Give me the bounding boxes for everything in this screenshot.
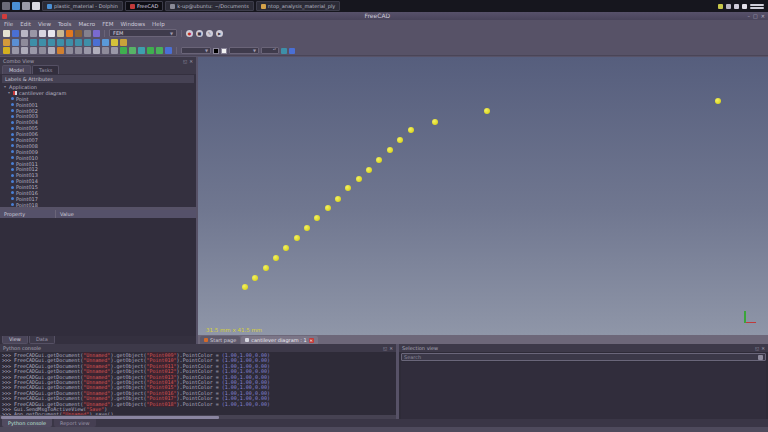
constraint-displacement-icon[interactable] xyxy=(93,47,100,54)
data-point[interactable] xyxy=(335,196,341,202)
dock-float-icon[interactable]: ◱ xyxy=(183,59,187,64)
dock-close-icon[interactable]: ✕ xyxy=(189,59,193,64)
data-point[interactable] xyxy=(387,147,393,153)
data-point[interactable] xyxy=(294,235,300,241)
mesh-group-icon[interactable] xyxy=(138,47,145,54)
python-console-output[interactable]: >>> FreeCADGui.getDocument("Unnamed").ge… xyxy=(0,352,396,415)
fit-selection-icon[interactable] xyxy=(12,39,19,46)
data-point[interactable] xyxy=(242,284,248,290)
document-tab[interactable]: Start page xyxy=(200,336,240,344)
result-show-icon[interactable] xyxy=(156,47,163,54)
search-input[interactable] xyxy=(404,354,758,360)
data-point[interactable] xyxy=(715,98,721,104)
data-point[interactable] xyxy=(408,127,414,133)
data-point[interactable] xyxy=(366,167,372,173)
files-launcher-icon[interactable] xyxy=(32,2,40,10)
data-point[interactable] xyxy=(304,225,310,231)
measure-icon[interactable] xyxy=(93,39,100,46)
material-solid-icon[interactable] xyxy=(21,47,28,54)
bottom-view-icon[interactable] xyxy=(75,39,82,46)
close-icon[interactable]: ✕ xyxy=(309,338,314,343)
isometric-view-icon[interactable] xyxy=(30,39,37,46)
random-color-icon[interactable] xyxy=(120,39,127,46)
dock-float-icon[interactable]: ◱ xyxy=(755,346,759,351)
expand-icon[interactable]: ▾ xyxy=(3,84,7,89)
macro-play-icon[interactable]: ▶ xyxy=(216,30,223,37)
menu-view[interactable]: View xyxy=(38,21,51,27)
data-point[interactable] xyxy=(314,215,320,221)
tab-model[interactable]: Model xyxy=(2,65,31,74)
refresh-icon[interactable] xyxy=(84,30,91,37)
property-column-header[interactable]: Property xyxy=(0,210,56,218)
open-document-icon[interactable] xyxy=(12,30,19,37)
dock-close-icon[interactable]: ✕ xyxy=(389,346,393,351)
data-point[interactable] xyxy=(263,265,269,271)
bottom-tab-report-view[interactable]: Report view xyxy=(54,419,96,427)
taskbar-window-button[interactable]: k-up@ubuntu: ~/Documents xyxy=(165,1,254,11)
expand-icon[interactable]: ▾ xyxy=(7,90,11,95)
data-point[interactable] xyxy=(376,157,382,163)
mesh-netgen-icon[interactable] xyxy=(129,47,136,54)
macro-edit-icon[interactable]: ✎ xyxy=(206,30,213,37)
data-point[interactable] xyxy=(283,245,289,251)
new-document-icon[interactable] xyxy=(3,30,10,37)
3d-viewport[interactable]: 31.5 mm x 41.5 mm xyxy=(198,57,768,335)
network-icon[interactable] xyxy=(742,4,747,9)
property-tab-view[interactable]: View xyxy=(2,336,28,344)
constraint-force-icon[interactable] xyxy=(75,47,82,54)
rear-view-icon[interactable] xyxy=(66,39,73,46)
color-swatch-white[interactable] xyxy=(221,48,227,54)
taskbar-window-button[interactable]: FreeCAD xyxy=(125,1,163,11)
beam-section-icon[interactable] xyxy=(39,47,46,54)
constraint-fixed-icon[interactable] xyxy=(66,47,73,54)
clipboard-tray-icon[interactable] xyxy=(726,4,731,9)
result-purge-icon[interactable] xyxy=(165,47,172,54)
mesh-region-icon[interactable] xyxy=(120,47,127,54)
menu-edit[interactable]: Edit xyxy=(20,21,31,27)
style-dropdown[interactable]: ▼ xyxy=(229,47,259,54)
taskbar-window-button[interactable]: plastic_material - Dolphin xyxy=(42,1,123,11)
property-tab-data[interactable]: Data xyxy=(29,336,55,344)
paste-icon[interactable] xyxy=(57,30,64,37)
value-spinbox[interactable] xyxy=(261,47,279,54)
dock-float-icon[interactable]: ◱ xyxy=(383,346,387,351)
bottom-tab-python-console[interactable]: Python console xyxy=(2,419,52,427)
search-options-icon[interactable] xyxy=(758,355,763,360)
top-view-icon[interactable] xyxy=(48,39,55,46)
print-icon[interactable] xyxy=(30,30,37,37)
shell-thickness-icon[interactable] xyxy=(48,47,55,54)
value-column-header[interactable]: Value xyxy=(56,210,78,218)
fit-all-icon[interactable] xyxy=(3,39,10,46)
front-view-icon[interactable] xyxy=(39,39,46,46)
data-along-line-icon[interactable] xyxy=(289,48,295,54)
material-fluid-icon[interactable] xyxy=(30,47,37,54)
solver-icon[interactable] xyxy=(12,47,19,54)
data-point[interactable] xyxy=(273,255,279,261)
menu-tools[interactable]: Tools xyxy=(58,21,72,27)
redo-icon[interactable] xyxy=(75,30,82,37)
clip-plane-icon[interactable] xyxy=(281,48,287,54)
left-view-icon[interactable] xyxy=(84,39,91,46)
data-point[interactable] xyxy=(325,205,331,211)
dock-close-icon[interactable]: ✕ xyxy=(761,346,765,351)
menu-file[interactable]: File xyxy=(4,21,13,27)
undo-icon[interactable] xyxy=(66,30,73,37)
cut-icon[interactable] xyxy=(39,30,46,37)
appearance-icon[interactable] xyxy=(111,39,118,46)
macro-stop-icon[interactable]: ■ xyxy=(196,30,203,37)
menu-fem[interactable]: FEM xyxy=(102,21,113,27)
file-manager-launcher-icon[interactable] xyxy=(12,2,20,10)
window-control-icon[interactable]: – xyxy=(748,12,751,20)
tab-tasks[interactable]: Tasks xyxy=(32,65,59,74)
results-dropdown[interactable]: ▼ xyxy=(181,47,211,54)
copy-icon[interactable] xyxy=(48,30,55,37)
macro-record-icon[interactable]: ● xyxy=(186,30,193,37)
data-point[interactable] xyxy=(345,185,351,191)
save-icon[interactable] xyxy=(21,30,28,37)
document-tab[interactable]: cantilever diagram : 1✕ xyxy=(241,336,317,344)
constraint-temperature-icon[interactable] xyxy=(102,47,109,54)
menu-windows[interactable]: Windows xyxy=(121,21,146,27)
data-point[interactable] xyxy=(432,119,438,125)
data-point[interactable] xyxy=(484,108,490,114)
mesh-boundary-icon[interactable] xyxy=(147,47,154,54)
